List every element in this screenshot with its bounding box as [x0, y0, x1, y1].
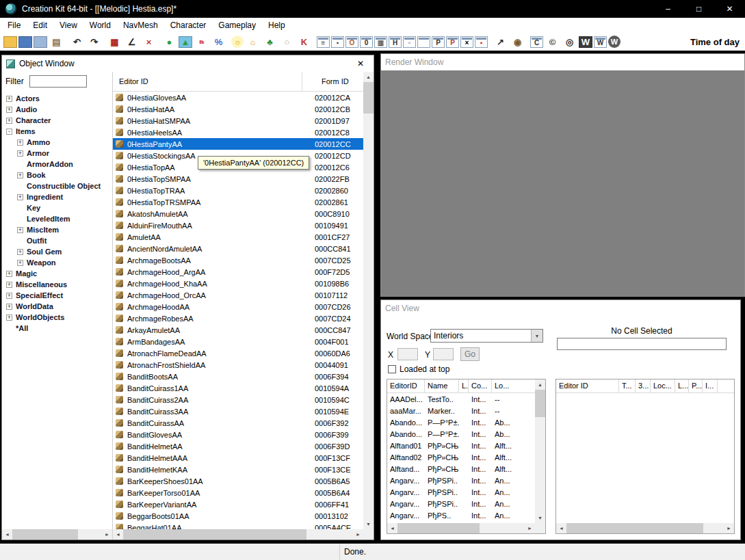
hierarchy-window-icon[interactable]: H — [389, 36, 402, 48]
toolbar-separator[interactable] — [157, 35, 161, 49]
menu-item[interactable]: World — [83, 18, 117, 32]
object-row[interactable]: 0HestiaTopTRAA 02002860 — [113, 185, 363, 196]
toolbar-separator[interactable] — [103, 35, 106, 49]
tree-expander-icon[interactable]: + — [6, 315, 12, 321]
render-viewport[interactable] — [381, 70, 744, 296]
tree-item[interactable]: + WorldObjects — [2, 312, 112, 323]
object-window-toggle-icon[interactable]: ▪ — [331, 36, 344, 48]
papyrus-window-icon[interactable]: P — [432, 36, 445, 48]
tree-expander-icon[interactable]: + — [6, 282, 12, 288]
y-coordinate-field[interactable] — [433, 348, 454, 360]
zero-window-icon[interactable]: 0 — [360, 36, 373, 48]
scroll-thumb[interactable] — [123, 529, 306, 539]
cells-vertical-scrollbar[interactable]: ▲ ▼ — [535, 379, 545, 523]
world-icon[interactable]: ● — [161, 35, 177, 49]
cell-row[interactable]: Alftand01 РђР»СЊ.. Int... Alft... — [387, 440, 535, 451]
object-row[interactable]: ArchmageRobesAA 0007CD24 — [113, 312, 363, 324]
cell-name-field[interactable] — [557, 338, 727, 350]
camera-icon[interactable]: ◉ — [510, 35, 525, 49]
cell-row[interactable]: AAADel... TestTo.. Int... -- — [387, 393, 535, 405]
scroll-down-icon[interactable]: ▼ — [535, 513, 545, 523]
object-row[interactable]: BanditCuirass3AA 0010594E — [113, 405, 363, 417]
object-row[interactable]: AlduinFireMouthAA 00109491 — [113, 219, 363, 231]
object-row[interactable]: 0HestiaHeelsAA 020012C8 — [113, 126, 363, 138]
minimize-button[interactable]: – — [653, 0, 683, 18]
flagged-window-icon[interactable]: ▪ — [475, 36, 488, 48]
object-row[interactable]: ArchmageHood_KhaAA 001098B6 — [113, 278, 363, 289]
tree-expander-icon[interactable]: + — [6, 293, 12, 299]
chevron-down-icon[interactable]: ▼ — [531, 330, 543, 342]
sound-marker-icon[interactable]: O — [345, 36, 358, 48]
menu-item[interactable]: View — [53, 18, 83, 32]
details-icon[interactable]: ▤ — [49, 35, 64, 49]
object-list-vertical-scrollbar[interactable]: ▲ ▼ — [363, 72, 374, 529]
scroll-left-icon[interactable]: ◄ — [2, 529, 12, 539]
tree-expander-icon[interactable]: - — [6, 129, 12, 135]
tree-item[interactable]: - Items — [2, 126, 112, 137]
tree-expander-icon[interactable]: + — [6, 96, 12, 102]
x-coordinate-field[interactable] — [397, 348, 418, 360]
column-header[interactable]: P... — [689, 379, 703, 392]
scroll-left-icon[interactable]: ◄ — [556, 523, 566, 533]
column-header[interactable]: EditorID — [387, 379, 425, 392]
cell-row[interactable]: Abando... Р—Р°Р±.. Int... Ab... — [387, 416, 535, 428]
tree-expander-icon[interactable]: + — [6, 271, 12, 277]
menu-item[interactable]: Character — [164, 18, 213, 32]
object-row[interactable]: 0HestiaGlovesAA 020012CA — [113, 92, 363, 103]
target-icon[interactable]: ◎ — [562, 35, 577, 49]
tree-expander-icon[interactable]: + — [6, 118, 12, 124]
menu-item[interactable]: Edit — [27, 18, 53, 32]
filter-input[interactable] — [29, 75, 87, 88]
column-header[interactable]: L. — [459, 379, 469, 392]
tree-expander-icon[interactable]: + — [6, 304, 12, 310]
object-row[interactable]: 0HestiaHatAA 020012CB — [113, 103, 363, 115]
scroll-up-icon[interactable]: ▲ — [535, 379, 545, 390]
column-header[interactable]: L... — [675, 379, 689, 392]
tree-item[interactable]: + Audio — [2, 104, 112, 115]
menu-item[interactable]: NavMesh — [117, 18, 164, 32]
tree-item[interactable]: + Miscellaneous — [2, 279, 112, 290]
w-window-icon[interactable]: W — [594, 36, 607, 48]
tree-expander-icon[interactable]: + — [17, 172, 23, 178]
cells-horizontal-scrollbar[interactable]: ◄ ► — [387, 523, 535, 533]
tree-item[interactable]: + Actors — [2, 93, 112, 104]
preview-window-icon[interactable]: ▫ — [403, 36, 416, 48]
toolbar-separator[interactable] — [227, 35, 231, 49]
column-form-id[interactable]: Form ID — [302, 72, 363, 91]
snap-to-angle-icon[interactable]: ∠ — [124, 35, 140, 49]
object-row[interactable]: BeggarBoots01AA 00013102 — [113, 510, 363, 522]
tree-expander-icon[interactable]: + — [17, 249, 23, 255]
object-row[interactable]: BanditGlovesAA 0006F399 — [113, 429, 363, 440]
scroll-right-icon[interactable]: ► — [353, 529, 363, 539]
open-icon[interactable] — [3, 36, 17, 48]
loaded-at-top-checkbox[interactable] — [388, 365, 396, 373]
cell-row[interactable]: Angarv... РђРЅРі.. Int... An... — [387, 498, 535, 509]
refs-horizontal-scrollbar[interactable]: ◄ ► — [556, 523, 734, 533]
go-button[interactable]: Go — [460, 347, 480, 361]
object-row[interactable]: 0HestiaTopTRSMPAA 02002861 — [113, 196, 363, 208]
tree-item[interactable]: ArmorAddon — [2, 159, 112, 170]
scroll-thumb[interactable] — [397, 523, 480, 533]
toolbar-separator[interactable] — [65, 35, 68, 49]
tree-item[interactable]: + Ingredient — [2, 191, 112, 202]
scroll-thumb[interactable] — [566, 523, 703, 533]
object-row[interactable]: ArchmageHoodAA 0007CD26 — [113, 301, 363, 312]
scroll-right-icon[interactable]: ► — [525, 523, 535, 533]
tree-item[interactable]: + SpecialEffect — [2, 290, 112, 301]
object-list-horizontal-scrollbar[interactable]: ◄ ► — [113, 529, 363, 539]
toolbar-separator[interactable] — [488, 35, 492, 49]
column-header[interactable]: Co... — [469, 379, 492, 392]
object-row[interactable]: BanditCuirass1AA 0010594A — [113, 382, 363, 394]
object-row[interactable]: BeggarHat01AA 0005A4CE — [113, 522, 363, 529]
tree-item[interactable]: + MiscItem — [2, 224, 112, 235]
w-round-icon[interactable]: W — [608, 36, 620, 48]
tree-item[interactable]: + Magic — [2, 268, 112, 279]
menu-item[interactable]: Help — [262, 18, 291, 32]
tree-expander-icon[interactable]: + — [17, 139, 23, 146]
cell-row[interactable]: aaaMar... Marker.. Int... -- — [387, 405, 535, 416]
object-row[interactable]: AncientNordAmuletAA 000CC841 — [113, 243, 363, 254]
tree-expander-icon[interactable]: + — [17, 260, 23, 266]
tree-horizontal-scrollbar[interactable]: ◄ ► — [2, 529, 112, 539]
column-header[interactable]: Loc... — [651, 379, 675, 392]
object-row[interactable]: BarKeeperTorso01AA 0005B6A4 — [113, 487, 363, 498]
